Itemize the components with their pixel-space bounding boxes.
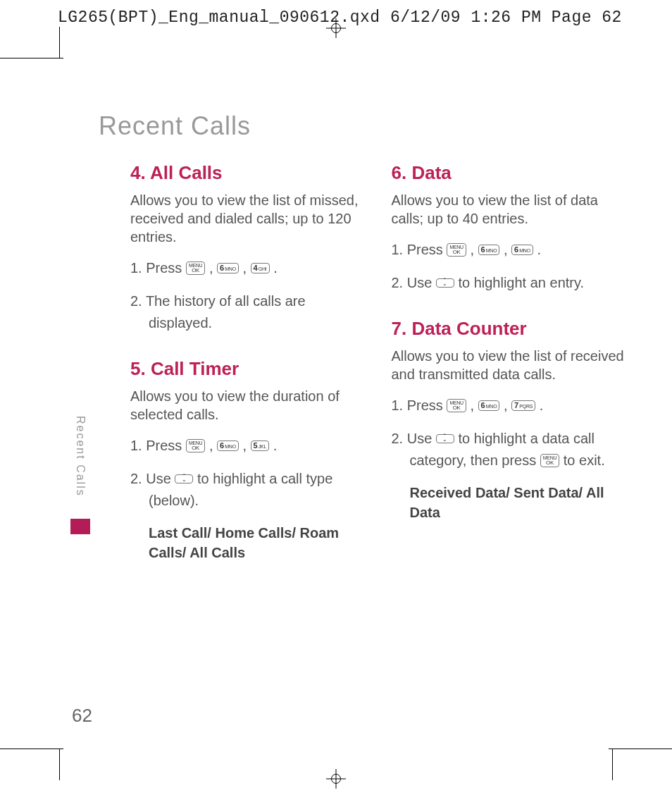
key-4-icon: 4GHI [251, 263, 270, 273]
heading-data: 6. Data [392, 162, 630, 184]
options-data-counter: Received Data/ Sent Data/ All Data [392, 483, 630, 522]
step-7-1: 1. Press MENUOK , 6MNO , 7PQRS . [392, 395, 630, 417]
step-4-2: 2. The history of all calls are displaye… [130, 290, 369, 334]
page-title: Recent Calls [99, 111, 251, 141]
menu-ok-key-icon: MENUOK [186, 261, 205, 275]
registration-mark-top [326, 18, 346, 38]
key-6-icon: 6MNO [511, 245, 533, 255]
heading-data-counter: 7. Data Counter [392, 318, 630, 340]
desc-data: Allows you to view the list of data call… [392, 191, 630, 228]
desc-call-timer: Allows you to view the duration of selec… [130, 387, 369, 424]
page-number: 62 [72, 705, 92, 727]
nav-updown-key-icon: ⌃⌄ [436, 278, 454, 288]
step-4-1: 1. Press MENUOK , 6MNO , 4GHI . [130, 257, 369, 279]
key-7-icon: 7PQRS [511, 400, 535, 411]
content-area: 4. All Calls Allows you to view the list… [130, 162, 630, 574]
step-7-2: 2. Use ⌃⌄ to highlight a data call categ… [392, 428, 630, 472]
menu-ok-key-icon: MENUOK [447, 243, 466, 257]
step-5-2: 2. Use ⌃⌄ to highlight a call type (belo… [130, 468, 369, 512]
left-column: 4. All Calls Allows you to view the list… [130, 162, 369, 574]
side-tab-marker [70, 519, 90, 534]
desc-all-calls: Allows you to view the list of missed, r… [130, 191, 369, 246]
menu-ok-key-icon: MENUOK [447, 399, 466, 412]
key-5-icon: 5JKL [251, 441, 270, 451]
step-6-2: 2. Use ⌃⌄ to highlight an entry. [392, 272, 630, 294]
crop-mark-top-left [0, 58, 63, 86]
heading-all-calls: 4. All Calls [130, 162, 369, 184]
step-5-1: 1. Press MENUOK , 6MNO , 5JKL . [130, 435, 369, 457]
right-column: 6. Data Allows you to view the list of d… [392, 162, 630, 574]
nav-updown-key-icon: ⌃⌄ [175, 474, 193, 483]
crop-mark-bottom-left [0, 721, 63, 749]
key-6-icon: 6MNO [217, 263, 239, 273]
step-6-1: 1. Press MENUOK , 6MNO , 6MNO . [392, 239, 630, 261]
menu-ok-key-icon: MENUOK [540, 454, 559, 467]
key-6-icon: 6MNO [478, 400, 500, 411]
menu-ok-key-icon: MENUOK [186, 439, 205, 452]
registration-mark-bottom [326, 769, 346, 789]
desc-data-counter: Allows you to view the list of received … [392, 347, 630, 383]
side-running-label: Recent Calls [74, 416, 87, 497]
key-6-icon: 6MNO [478, 245, 500, 255]
heading-call-timer: 5. Call Timer [130, 358, 369, 380]
options-call-timer: Last Call/ Home Calls/ Roam Calls/ All C… [130, 523, 369, 562]
nav-updown-key-icon: ⌃⌄ [436, 434, 454, 443]
crop-mark-bottom-right [609, 721, 672, 749]
key-6-icon: 6MNO [217, 441, 239, 451]
